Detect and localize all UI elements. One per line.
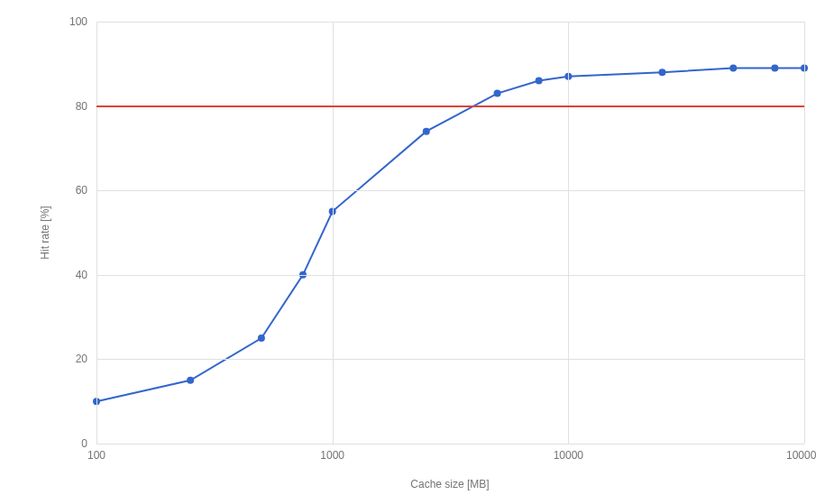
x-tick-label: 100000 — [786, 449, 816, 462]
data-point — [423, 128, 430, 135]
x-tick-label: 100 — [87, 449, 105, 462]
grid-line-vertical — [804, 22, 805, 444]
y-axis-title: Hit rate [%] — [39, 206, 51, 259]
y-tick-label: 0 — [81, 437, 87, 450]
grid-line-horizontal — [96, 359, 804, 360]
series-line — [96, 68, 804, 401]
grid-line-horizontal — [96, 190, 804, 191]
grid-line-vertical — [96, 22, 97, 444]
x-tick-label: 1000 — [320, 449, 344, 462]
plot-area — [96, 22, 804, 444]
x-axis-title: Cache size [MB] — [410, 478, 489, 490]
data-point — [658, 69, 665, 76]
data-point — [536, 78, 543, 85]
data-point — [258, 334, 265, 342]
y-tick-label: 100 — [69, 15, 87, 28]
y-tick-label: 20 — [76, 353, 87, 365]
data-point — [494, 90, 501, 97]
y-tick-label: 60 — [76, 184, 87, 197]
data-point — [187, 377, 194, 384]
chart-svg — [96, 22, 804, 444]
grid-line-horizontal — [96, 444, 804, 444]
threshold-line — [96, 105, 804, 107]
grid-line-horizontal — [96, 22, 804, 23]
grid-line-vertical — [333, 22, 334, 444]
data-point — [771, 64, 778, 71]
x-tick-label: 10000 — [554, 449, 583, 462]
grid-line-vertical — [568, 22, 569, 444]
y-tick-label: 80 — [76, 100, 87, 113]
grid-line-horizontal — [96, 275, 804, 276]
line-chart: Hit rate [%] Cache size [MB] 10010001000… — [0, 0, 816, 504]
data-point — [729, 64, 737, 71]
y-tick-label: 40 — [76, 269, 87, 281]
